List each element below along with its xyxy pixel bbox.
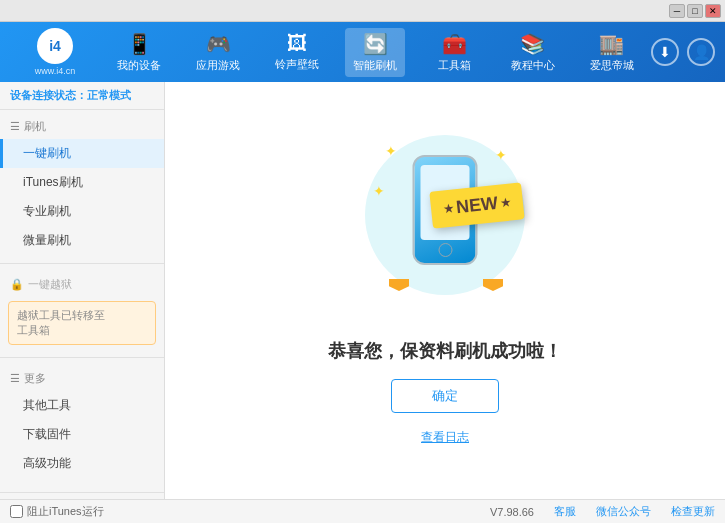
apps-games-label: 应用游戏 <box>196 58 240 73</box>
jailbreak-group-label: 一键越狱 <box>28 277 72 292</box>
sidebar-item-itunes-flash[interactable]: iTunes刷机 <box>0 168 164 197</box>
main-area: 设备连接状态：正常模式 ☰ 刷机 一键刷机 iTunes刷机 专业刷机 微量刷机 <box>0 82 725 499</box>
nav-my-device[interactable]: 📱 我的设备 <box>109 28 169 77</box>
celebration-area: ✦ ✦ ✦ ★ NEW ★ 恭喜您，保资料刷机成功啦！ 确定 <box>328 135 562 446</box>
fan-city-icon: 🏬 <box>599 32 624 56</box>
wechat-link[interactable]: 微信公众号 <box>596 504 651 519</box>
tutorial-center-icon: 📚 <box>520 32 545 56</box>
confirm-button[interactable]: 确定 <box>391 379 499 413</box>
ribbon-left <box>389 279 409 291</box>
my-device-label: 我的设备 <box>117 58 161 73</box>
sidebar-item-advanced-features[interactable]: 高级功能 <box>0 449 164 478</box>
minimize-button[interactable]: ─ <box>669 4 685 18</box>
sidebar: 设备连接状态：正常模式 ☰ 刷机 一键刷机 iTunes刷机 专业刷机 微量刷机 <box>0 82 165 499</box>
tutorial-center-label: 教程中心 <box>511 58 555 73</box>
download-button[interactable]: ⬇ <box>651 38 679 66</box>
smart-flash-icon: 🔄 <box>363 32 388 56</box>
phone-home-btn <box>438 243 452 257</box>
pro-flash-label: 专业刷机 <box>23 204 71 218</box>
my-device-icon: 📱 <box>127 32 152 56</box>
phone-illustration: ✦ ✦ ✦ ★ NEW ★ <box>365 135 525 315</box>
sidebar-item-pro-flash[interactable]: 专业刷机 <box>0 197 164 226</box>
divider-1 <box>0 263 164 264</box>
smart-flash-label: 智能刷机 <box>353 58 397 73</box>
download-firmware-label: 下载固件 <box>23 427 71 441</box>
logo-symbol: i4 <box>49 38 61 54</box>
maximize-button[interactable]: □ <box>687 4 703 18</box>
nav-smart-flash[interactable]: 🔄 智能刷机 <box>345 28 405 77</box>
nav-items: 📱 我的设备 🎮 应用游戏 🖼 铃声壁纸 🔄 智能刷机 🧰 工具箱 📚 教程中心… <box>100 28 651 77</box>
toolbox-label: 工具箱 <box>438 58 471 73</box>
more-group-icon: ☰ <box>10 372 20 385</box>
device-status-bar: 设备连接状态：正常模式 <box>0 82 164 110</box>
fan-city-label: 爱思帝城 <box>590 58 634 73</box>
itunes-flash-label: iTunes刷机 <box>23 175 83 189</box>
flash-group-header: ☰ 刷机 <box>0 114 164 139</box>
more-group-label: 更多 <box>24 371 46 386</box>
nav-fan-city[interactable]: 🏬 爱思帝城 <box>582 28 642 77</box>
check-update-link[interactable]: 检查更新 <box>671 504 715 519</box>
nav-toolbox[interactable]: 🧰 工具箱 <box>424 28 484 77</box>
sparkle-2: ✦ <box>495 147 507 163</box>
logo-site: www.i4.cn <box>35 66 76 76</box>
jailbreak-group-header: 🔒 一键越狱 <box>0 272 164 297</box>
sidebar-item-download-firmware[interactable]: 下载固件 <box>0 420 164 449</box>
apps-games-icon: 🎮 <box>206 32 231 56</box>
micro-flash-label: 微量刷机 <box>23 233 71 247</box>
nav-tutorial-center[interactable]: 📚 教程中心 <box>503 28 563 77</box>
title-bar: ─ □ ✕ <box>0 0 725 22</box>
account-button[interactable]: 👤 <box>687 38 715 66</box>
ringtone-wallpaper-label: 铃声壁纸 <box>275 57 319 72</box>
locked-notice-line1: 越狱工具已转移至 <box>17 309 105 321</box>
service-link[interactable]: 客服 <box>554 504 576 519</box>
success-text: 恭喜您，保资料刷机成功啦！ <box>328 339 562 363</box>
advanced-features-label: 高级功能 <box>23 456 71 470</box>
other-tools-label: 其他工具 <box>23 398 71 412</box>
prevent-itunes-label: 阻止iTunes运行 <box>27 504 104 519</box>
bottom-bar: 阻止iTunes运行 V7.98.66 客服 微信公众号 检查更新 <box>0 499 725 523</box>
flash-section: ☰ 刷机 一键刷机 iTunes刷机 专业刷机 微量刷机 <box>0 110 164 259</box>
nav-actions: ⬇ 👤 <box>651 38 715 66</box>
flash-group-icon: ☰ <box>10 120 20 133</box>
divider-2 <box>0 357 164 358</box>
flash-group-label: 刷机 <box>24 119 46 134</box>
jailbreak-locked-notice: 越狱工具已转移至 工具箱 <box>8 301 156 345</box>
jailbreak-section: 🔒 一键越狱 越狱工具已转移至 工具箱 <box>0 268 164 353</box>
toolbox-icon: 🧰 <box>442 32 467 56</box>
prevent-itunes-checkbox[interactable] <box>10 505 23 518</box>
nav-ringtone-wallpaper[interactable]: 🖼 铃声壁纸 <box>267 28 327 76</box>
nav-apps-games[interactable]: 🎮 应用游戏 <box>188 28 248 77</box>
status-label: 设备连接状态： <box>10 89 87 101</box>
main-content: ✦ ✦ ✦ ★ NEW ★ 恭喜您，保资料刷机成功啦！ 确定 <box>165 82 725 499</box>
top-navigation: i4 www.i4.cn 📱 我的设备 🎮 应用游戏 🖼 铃声壁纸 🔄 智能刷机… <box>0 22 725 82</box>
one-click-flash-label: 一键刷机 <box>23 146 71 160</box>
back-link[interactable]: 查看日志 <box>421 429 469 446</box>
sidebar-item-micro-flash[interactable]: 微量刷机 <box>0 226 164 255</box>
more-section: ☰ 更多 其他工具 下载固件 高级功能 <box>0 362 164 482</box>
version-text: V7.98.66 <box>490 506 534 518</box>
locked-notice-line2: 工具箱 <box>17 324 50 336</box>
status-value: 正常模式 <box>87 89 131 101</box>
sparkle-1: ✦ <box>385 143 397 159</box>
logo-area[interactable]: i4 www.i4.cn <box>10 28 100 76</box>
sparkle-3: ✦ <box>373 183 385 199</box>
sidebar-item-other-tools[interactable]: 其他工具 <box>0 391 164 420</box>
ribbon-right <box>483 279 503 291</box>
bottom-right: V7.98.66 客服 微信公众号 检查更新 <box>490 504 715 519</box>
sidebar-item-one-click-flash[interactable]: 一键刷机 <box>0 139 164 168</box>
more-group-header: ☰ 更多 <box>0 366 164 391</box>
checkbox-row: 自动敢连 跳过向导 <box>0 492 164 499</box>
close-button[interactable]: ✕ <box>705 4 721 18</box>
bottom-left: 阻止iTunes运行 <box>10 504 490 519</box>
ringtone-wallpaper-icon: 🖼 <box>287 32 307 55</box>
lock-icon: 🔒 <box>10 278 24 291</box>
logo-icon: i4 <box>37 28 73 64</box>
